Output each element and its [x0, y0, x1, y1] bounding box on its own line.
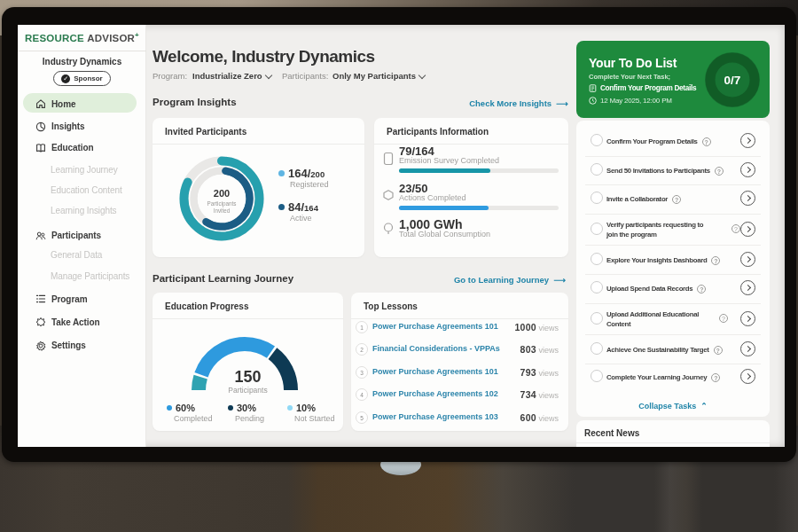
svg-text:0/7: 0/7 [724, 74, 741, 87]
svg-text:Invited: Invited [214, 207, 231, 214]
svg-text:Participants: Participants [207, 200, 237, 207]
svg-text:200: 200 [214, 188, 230, 199]
